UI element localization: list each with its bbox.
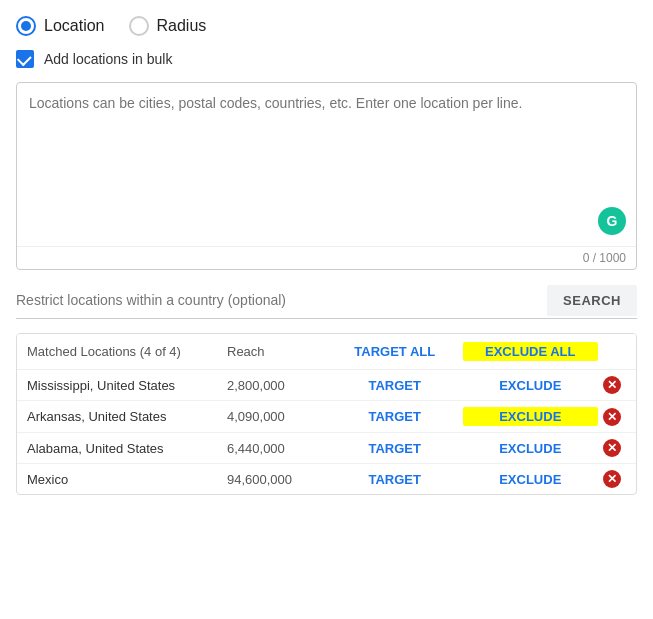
exclude-all-button[interactable]: EXCLUDE ALL xyxy=(463,342,599,361)
remove-button[interactable]: ✕ xyxy=(603,376,621,394)
radius-radio-circle xyxy=(129,16,149,36)
exclude-button[interactable]: EXCLUDE xyxy=(463,378,599,393)
remove-cell: ✕ xyxy=(598,470,626,488)
grammarly-icon[interactable]: G xyxy=(598,207,626,235)
location-name: Arkansas, United States xyxy=(27,409,227,424)
location-name: Mississippi, United States xyxy=(27,378,227,393)
remove-button[interactable]: ✕ xyxy=(603,470,621,488)
target-button[interactable]: TARGET xyxy=(327,409,463,424)
location-input-container: G 0 / 1000 xyxy=(16,82,637,270)
exclude-button[interactable]: EXCLUDE xyxy=(463,441,599,456)
table-body: Mississippi, United States 2,800,000 TAR… xyxy=(17,370,636,494)
bulk-add-checkbox-row[interactable]: Add locations in bulk xyxy=(16,50,637,68)
radius-radio[interactable]: Radius xyxy=(129,16,207,36)
location-textarea[interactable] xyxy=(17,83,636,243)
exclude-button[interactable]: EXCLUDE xyxy=(463,472,599,487)
table-row: Arkansas, United States 4,090,000 TARGET… xyxy=(17,401,636,433)
remove-button[interactable]: ✕ xyxy=(603,408,621,426)
reach-value: 6,440,000 xyxy=(227,441,327,456)
bulk-add-checkbox[interactable] xyxy=(16,50,34,68)
country-input[interactable] xyxy=(16,282,539,318)
target-all-button[interactable]: TARGET ALL xyxy=(327,344,463,359)
reach-value: 4,090,000 xyxy=(227,409,327,424)
table-row: Alabama, United States 6,440,000 TARGET … xyxy=(17,433,636,464)
location-name: Mexico xyxy=(27,472,227,487)
table-row: Mexico 94,600,000 TARGET EXCLUDE ✕ xyxy=(17,464,636,494)
bulk-add-label: Add locations in bulk xyxy=(44,51,172,67)
reach-column-header: Reach xyxy=(227,344,327,359)
target-button[interactable]: TARGET xyxy=(327,378,463,393)
location-radio-circle xyxy=(16,16,36,36)
reach-value: 94,600,000 xyxy=(227,472,327,487)
target-button[interactable]: TARGET xyxy=(327,472,463,487)
search-button[interactable]: SEARCH xyxy=(547,285,637,316)
char-count: 0 / 1000 xyxy=(17,246,636,269)
location-radio[interactable]: Location xyxy=(16,16,105,36)
radius-radio-label: Radius xyxy=(157,17,207,35)
matched-locations-label: Matched Locations (4 of 4) xyxy=(27,344,227,359)
country-search-row: SEARCH xyxy=(16,282,637,319)
remove-cell: ✕ xyxy=(598,408,626,426)
targeting-type-selector: Location Radius xyxy=(16,16,637,36)
table-row: Mississippi, United States 2,800,000 TAR… xyxy=(17,370,636,401)
location-name: Alabama, United States xyxy=(27,441,227,456)
reach-value: 2,800,000 xyxy=(227,378,327,393)
table-header: Matched Locations (4 of 4) Reach TARGET … xyxy=(17,334,636,370)
remove-cell: ✕ xyxy=(598,439,626,457)
matched-locations-table: Matched Locations (4 of 4) Reach TARGET … xyxy=(16,333,637,495)
exclude-button[interactable]: EXCLUDE xyxy=(463,407,599,426)
remove-button[interactable]: ✕ xyxy=(603,439,621,457)
target-button[interactable]: TARGET xyxy=(327,441,463,456)
location-radio-label: Location xyxy=(44,17,105,35)
remove-cell: ✕ xyxy=(598,376,626,394)
